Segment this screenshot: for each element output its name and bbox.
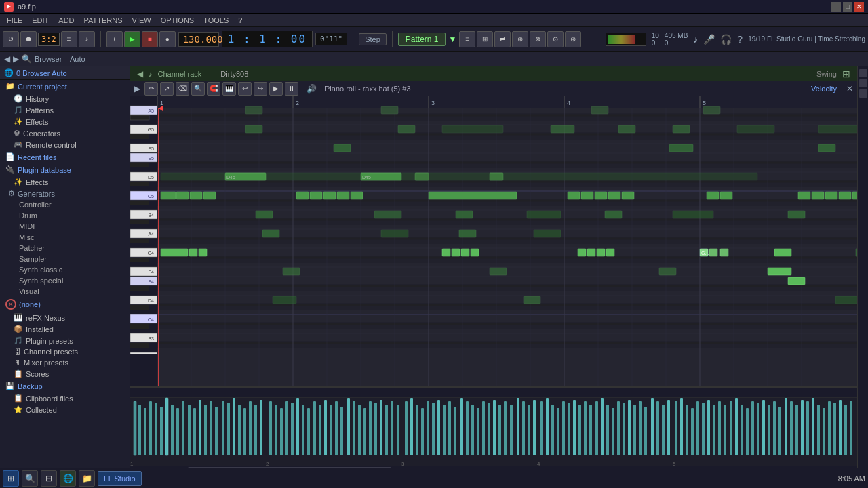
minimize-btn[interactable]: ─ xyxy=(831,2,841,12)
taskbar-search[interactable]: 🔍 xyxy=(22,470,38,487)
sidebar-item-plugin-presets[interactable]: 🎵 Plugin presets xyxy=(0,335,130,346)
sidebar-item-patterns[interactable]: 🎵 Patterns xyxy=(0,104,130,116)
tool7[interactable]: ⊛ xyxy=(565,31,581,47)
svg-text:4: 4 xyxy=(537,461,540,467)
pr-tool-draw[interactable]: ✏ xyxy=(144,82,158,96)
pr-close-btn[interactable]: ✕ xyxy=(846,84,853,94)
tool3[interactable]: ⇄ xyxy=(494,31,511,47)
menu-help[interactable]: ? xyxy=(234,16,246,25)
record-pattern-btn[interactable]: ⏺ xyxy=(20,31,37,47)
taskbar-folder[interactable]: 📁 xyxy=(79,470,95,487)
sidebar-subitem-visual[interactable]: Visual xyxy=(0,286,130,297)
sidebar-item-history[interactable]: 🕐 History xyxy=(0,93,130,104)
pr-tool-zoom[interactable]: 🔍 xyxy=(191,82,205,96)
sidebar-subitem-controller[interactable]: Controller xyxy=(0,199,130,210)
sidebar-subitem-midi[interactable]: MIDI xyxy=(0,221,130,232)
pattern-display[interactable]: Pattern 1 xyxy=(398,33,446,46)
right-btn2[interactable] xyxy=(859,79,867,87)
taskbar-chrome[interactable]: 🌐 xyxy=(60,470,76,487)
icon-help[interactable]: ? xyxy=(737,34,743,45)
svg-rect-261 xyxy=(460,398,463,455)
sidebar-subitem-synth-classic[interactable]: Synth classic xyxy=(0,264,130,275)
svg-rect-80 xyxy=(157,284,857,291)
tool1[interactable]: ≡ xyxy=(459,31,475,47)
sidebar-item-none[interactable]: ✕ (none) xyxy=(0,297,130,312)
mixer-btn[interactable]: ≡ xyxy=(61,31,77,47)
sidebar-item-recent-files[interactable]: 📄 Recent files xyxy=(0,150,130,163)
browser-auto-header[interactable]: 🌐 0 Browser Auto xyxy=(0,66,130,80)
pr-tool-piano[interactable]: 🎹 xyxy=(222,82,236,96)
menu-edit[interactable]: EDIT xyxy=(28,16,53,25)
pr-velocity-label[interactable]: Velocity xyxy=(811,85,837,93)
nav-fwd[interactable]: ▶ xyxy=(13,54,19,64)
note-grid[interactable]: 1 2 3 4 5 xyxy=(157,96,857,386)
right-btn1[interactable] xyxy=(859,69,867,77)
menu-add[interactable]: ADD xyxy=(54,16,78,25)
stop-btn[interactable]: ■ xyxy=(142,31,158,47)
sidebar-item-generators[interactable]: ⚙ Generators xyxy=(0,127,130,139)
sidebar-item-generators-sub[interactable]: ⚙ Generators xyxy=(0,188,130,199)
bpm-display[interactable]: 130.000 xyxy=(178,32,219,47)
sidebar-subitem-patcher[interactable]: Patcher xyxy=(0,243,130,253)
sidebar-item-effects-sub[interactable]: ✨ Effects xyxy=(0,176,130,188)
loop-btn[interactable]: ↺ xyxy=(3,31,19,47)
note-grid-svg: 1 2 3 4 5 xyxy=(157,96,857,386)
sidebar-item-installed[interactable]: 📦 Installed xyxy=(0,323,130,335)
sidebar-item-mixer-presets[interactable]: 🎚 Mixer presets xyxy=(0,357,130,368)
sidebar-item-refx[interactable]: 🎹 reFX Nexus xyxy=(0,312,130,323)
channel-rack-nav[interactable]: ◀ xyxy=(137,69,143,79)
play-btn[interactable]: ▶ xyxy=(124,31,140,47)
channel-rack-grid-btn[interactable]: ⊞ xyxy=(842,68,850,79)
sidebar-subitem-sampler[interactable]: Sampler xyxy=(0,253,130,264)
svg-text:C4: C4 xyxy=(148,317,154,322)
remote-icon: 🎮 xyxy=(14,140,23,149)
menu-patterns[interactable]: PATTERNS xyxy=(80,16,127,25)
menu-tools[interactable]: TOOLS xyxy=(199,16,233,25)
sidebar-item-channel-presets[interactable]: 🎛 Channel presets xyxy=(0,346,130,357)
rewind-btn[interactable]: ⟨ xyxy=(106,31,123,47)
pr-tool-erase[interactable]: ⌫ xyxy=(176,82,189,96)
sidebar-item-plugin-database[interactable]: 🔌 Plugin database xyxy=(0,163,130,176)
taskbar-task-view[interactable]: ⊟ xyxy=(41,470,57,487)
right-btn3[interactable] xyxy=(859,89,867,98)
taskbar-fl[interactable]: FL Studio xyxy=(98,471,142,486)
sidebar-item-clipboard[interactable]: 📋 Clipboard files xyxy=(0,392,130,404)
sidebar-subitem-synth-special[interactable]: Synth special xyxy=(0,275,130,286)
record-btn[interactable]: ● xyxy=(159,31,176,47)
tool4[interactable]: ⊕ xyxy=(512,31,528,47)
pr-minimize[interactable]: ▶ xyxy=(134,84,140,94)
maximize-btn[interactable]: □ xyxy=(843,2,852,12)
pr-tool-pause[interactable]: ⏸ xyxy=(285,82,298,96)
taskbar-start[interactable]: ⊞ xyxy=(3,470,19,487)
pr-tool-play[interactable]: ▶ xyxy=(269,82,283,96)
sidebar-item-backup[interactable]: 💾 Backup xyxy=(0,380,130,392)
menu-view[interactable]: VIEW xyxy=(128,16,155,25)
effects-sub-label: Effects xyxy=(26,178,48,186)
sidebar-item-scores[interactable]: 📋 Scores xyxy=(0,368,130,380)
pr-tool-snap[interactable]: 🧲 xyxy=(207,82,220,96)
nav-back[interactable]: ◀ xyxy=(4,54,10,64)
sidebar-item-collected[interactable]: ⭐ Collected xyxy=(0,404,130,415)
sidebar-item-effects[interactable]: ✨ Effects xyxy=(0,116,130,127)
tool5[interactable]: ⊗ xyxy=(530,31,546,47)
tool6[interactable]: ⊙ xyxy=(547,31,564,47)
icon-headphone: 🎧 xyxy=(720,34,732,45)
pattern-arrow[interactable]: ▼ xyxy=(448,35,456,44)
sidebar-item-current-project[interactable]: 📁 Current project xyxy=(0,80,130,93)
pr-tool-redo[interactable]: ↪ xyxy=(254,82,267,96)
sidebar-item-remote-control[interactable]: 🎮 Remote control xyxy=(0,139,130,150)
menu-file[interactable]: FILE xyxy=(3,16,26,25)
piano-btn[interactable]: ♪ xyxy=(79,31,95,47)
step-mode-btn[interactable]: Step xyxy=(359,33,387,45)
tool2[interactable]: ⊞ xyxy=(477,31,493,47)
pr-tool-select[interactable]: ↗ xyxy=(160,82,174,96)
pr-tool-undo[interactable]: ↩ xyxy=(238,82,252,96)
close-btn[interactable]: ✕ xyxy=(854,2,864,12)
svg-rect-326 xyxy=(823,408,825,455)
sidebar-subitem-drum[interactable]: Drum xyxy=(0,210,130,221)
sidebar-subitem-misc[interactable]: Misc xyxy=(0,232,130,243)
svg-rect-317 xyxy=(773,401,776,455)
menu-options[interactable]: OPTIONS xyxy=(157,16,199,25)
svg-rect-287 xyxy=(606,405,609,455)
svg-rect-212 xyxy=(182,401,184,455)
